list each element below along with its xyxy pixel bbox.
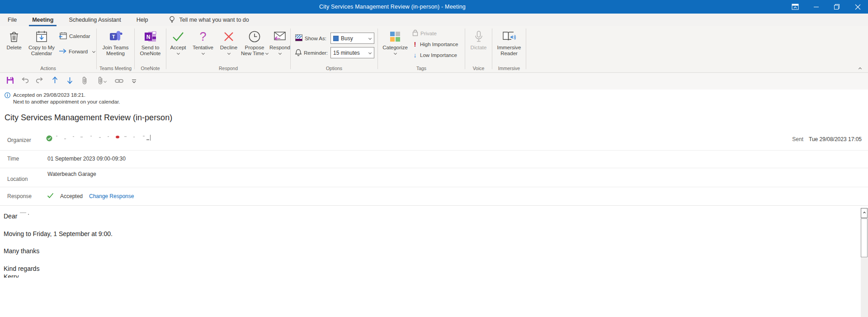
calendar-button[interactable]: Calendar (59, 31, 95, 41)
respond-button[interactable]: Respond (269, 26, 291, 64)
tab-meeting[interactable]: Meeting (24, 14, 61, 26)
vertical-scrollbar[interactable] (860, 207, 868, 317)
tentative-button[interactable]: ? Tentative (189, 26, 217, 64)
ribbon-display-options-icon[interactable] (785, 0, 806, 14)
delete-label: Delete (6, 45, 21, 51)
customize-qat-icon (132, 77, 137, 85)
copy-to-my-calendar-button[interactable]: Copy to My Calendar (24, 26, 59, 64)
low-importance-icon: ↓ (412, 52, 418, 59)
tentative-label: Tentative (193, 45, 213, 51)
down-arrow-icon (67, 76, 73, 86)
title-bar: City Services Management Review (in-pers… (0, 0, 868, 14)
info-line1: Accepted on 29/08/2023 18:21. (13, 92, 120, 99)
teams-icon: T (109, 28, 123, 45)
propose-new-time-button[interactable]: Propose New Time (241, 26, 269, 64)
tell-me-box[interactable]: Tell me what you want to do (169, 14, 249, 26)
time-value: 01 September 2023 09:00-09:30 (47, 156, 126, 162)
attach-file-menu-button[interactable] (94, 76, 109, 87)
busy-status-icon (333, 36, 339, 41)
accept-check-icon (172, 28, 184, 45)
undo-icon (21, 77, 29, 85)
change-response-link[interactable]: Change Response (89, 193, 134, 199)
tab-file[interactable]: File (0, 14, 24, 26)
time-label: Time (7, 156, 19, 162)
scrollbar-track[interactable] (861, 258, 868, 317)
response-accepted-check-icon (47, 192, 54, 200)
private-label: Private (420, 31, 437, 36)
show-as-icon (295, 34, 302, 42)
redo-button[interactable] (34, 76, 45, 87)
sent-value: Tue 29/08/2023 17:05 (809, 136, 862, 142)
attach-file-button[interactable] (79, 76, 90, 87)
forward-label: Forward (69, 49, 88, 54)
save-button[interactable] (5, 76, 15, 87)
reminder-value: 15 minutes (333, 50, 360, 56)
show-as-select[interactable]: Busy (330, 33, 374, 44)
greeting-name-redacted (20, 213, 26, 217)
chevron-down-icon[interactable] (366, 33, 374, 43)
group-teams-meeting: T Join Teams Meeting Teams Meeting (97, 26, 134, 72)
response-label: Response (7, 193, 32, 199)
categorize-label: Categorize (382, 45, 408, 51)
body-greeting: Dear (4, 213, 26, 220)
location-row: Waterbeach Garage Location (0, 168, 868, 187)
microphone-icon (475, 28, 483, 45)
send-to-onenote-button[interactable]: N Send to OneNote (135, 26, 166, 64)
categorize-button[interactable]: Categorize (381, 26, 410, 64)
calendar-copy-icon (35, 28, 48, 45)
scrollbar-thumb[interactable] (861, 218, 868, 257)
sent-info: SentTue 29/08/2023 17:05 (792, 136, 862, 142)
chevron-down-icon (393, 52, 396, 55)
send-to-onenote-label: Send to OneNote (140, 45, 160, 57)
reminder-select[interactable]: 15 minutes (330, 47, 374, 58)
respond-label: Respond (269, 45, 290, 51)
clock-icon (249, 28, 260, 45)
join-teams-meeting-label: Join Teams Meeting (103, 45, 129, 57)
restore-button[interactable] (826, 0, 847, 14)
lightbulb-icon (169, 16, 175, 24)
group-label-voice: Voice (465, 66, 492, 71)
forward-arrow-icon (59, 48, 66, 55)
chevron-down-icon (201, 52, 204, 55)
accept-button[interactable]: Accept (167, 26, 189, 64)
group-label-respond: Respond (166, 66, 290, 71)
window-title: City Services Management Review (in-pers… (0, 4, 785, 10)
dictate-label: Dictate (471, 45, 487, 51)
delete-button[interactable]: Delete (4, 26, 24, 64)
svg-text:N: N (146, 34, 150, 40)
minimize-button[interactable] (806, 0, 826, 14)
location-label: Location (7, 176, 28, 182)
customize-qat-button[interactable] (128, 76, 139, 87)
collapse-ribbon-button[interactable] (855, 65, 864, 72)
bell-icon (295, 49, 302, 57)
next-item-button[interactable] (64, 76, 75, 87)
immersive-reader-button[interactable]: Immersive Reader (492, 26, 526, 64)
forward-button[interactable]: Forward (59, 47, 95, 56)
group-respond: Accept ? Tentative Decline Propose (166, 26, 290, 72)
group-onenote: N Send to OneNote OneNote (135, 26, 166, 72)
sent-label: Sent (792, 136, 803, 142)
private-button: Private (412, 28, 458, 38)
tab-help[interactable]: Help (129, 14, 156, 26)
chevron-down-icon (278, 52, 281, 55)
tab-scheduling-assistant[interactable]: Scheduling Assistant (61, 14, 128, 26)
meeting-subject: City Services Management Review (in-pers… (5, 113, 172, 123)
location-value[interactable]: Waterbeach Garage (47, 171, 96, 177)
chevron-down-icon[interactable] (366, 47, 374, 58)
scroll-up-button[interactable] (861, 208, 868, 218)
close-button[interactable] (847, 0, 868, 14)
organizer-row: Organizer SentTue 29/08/2023 17:05 (0, 131, 868, 151)
dictate-button: Dictate (465, 26, 492, 64)
join-teams-meeting-button[interactable]: T Join Teams Meeting (97, 26, 134, 64)
insert-link-button[interactable] (113, 76, 124, 87)
decline-button[interactable]: Decline (217, 26, 241, 64)
undo-button[interactable] (19, 76, 30, 87)
group-voice: Dictate Voice (465, 26, 492, 72)
group-label-immersive: Immersive (492, 66, 526, 71)
previous-item-button[interactable] (49, 76, 60, 87)
high-importance-button[interactable]: ! High Importance (412, 39, 458, 49)
high-importance-icon: ! (412, 40, 418, 48)
group-options: Show As: Busy Reminder: 15 minutes Optio… (291, 26, 377, 72)
group-label-teams-meeting: Teams Meeting (97, 66, 134, 71)
low-importance-button[interactable]: ↓ Low Importance (412, 50, 458, 60)
